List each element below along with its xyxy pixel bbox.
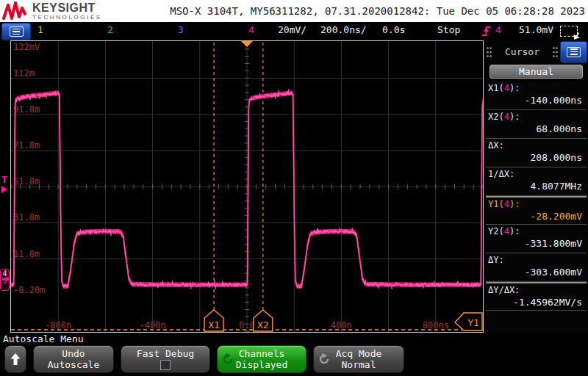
titlebar: KEYSIGHT TECHNOLOGIES MSO-X 3104T, MY563… <box>0 0 588 22</box>
softkey-label: Fast Debug <box>137 348 194 359</box>
run-state-readout: Stop <box>437 24 460 35</box>
svg-text:Y1: Y1 <box>467 317 479 328</box>
channel4-ground-marker[interactable]: 4 <box>0 269 10 291</box>
svg-text:400n: 400n <box>331 320 352 330</box>
softkey-label: Undo <box>62 348 85 359</box>
svg-text:-400n: -400n <box>140 320 166 330</box>
cursor-row-label: ΔX: <box>486 140 587 151</box>
cursor-row-y1: Y1(4):-28.200mV <box>486 196 587 225</box>
keysight-logo-icon <box>2 1 29 21</box>
cursor-row-value[interactable]: 68.000ns <box>486 123 587 134</box>
channel-4-indicator[interactable]: 4 <box>248 24 254 35</box>
softkey-label: Channels <box>239 348 285 359</box>
x1-cursor-marker[interactable]: X1 <box>204 310 223 331</box>
softkey-fast-debug-button[interactable]: Fast Debug <box>121 345 210 373</box>
svg-text:800ns: 800ns <box>423 320 449 330</box>
cursor-row-label: X1(4): <box>486 83 587 93</box>
cursor-panel: Cursor Manual X1(4):-140.000nsX2(4):68.0… <box>484 40 588 333</box>
cursor-menu-button[interactable] <box>560 41 587 63</box>
statusbar: 1234 20mV/ 200.0ns/ 0.0s Stop 4 51.0mV <box>0 22 588 40</box>
timebase-readout[interactable]: 200.0ns/ <box>320 24 367 35</box>
vertical-scale-readout[interactable]: 20mV/ <box>278 24 306 35</box>
svg-text:112m: 112m <box>13 68 35 79</box>
oscilloscope-screen: KEYSIGHT TECHNOLOGIES MSO-X 3104T, MY563… <box>0 0 588 376</box>
svg-text:X2: X2 <box>257 319 269 330</box>
cursor-row-label: ΔY/ΔX: <box>486 285 587 295</box>
cursor-row-value[interactable]: -1.45962MV/s <box>486 297 587 308</box>
cycle-icon <box>222 353 234 365</box>
softkey-label: Normal <box>342 359 376 370</box>
cursor-row-x1: X1(4):-140.000ns <box>486 82 587 110</box>
cursor-row--y: ΔY:-303.600mV <box>486 253 587 282</box>
fast-debug-checkbox[interactable] <box>160 360 171 370</box>
cycle-icon <box>318 353 330 365</box>
cursor-row-1-x: 1/ΔX:4.8077MHz <box>486 167 587 196</box>
x2-cursor-marker[interactable]: X2 <box>254 310 273 331</box>
panel-title: Cursor <box>494 46 551 57</box>
cursor-row-label: Y1(4): <box>486 199 587 209</box>
instrument-title: MSO-X 3104T, MY56311282, 07.31.202001284… <box>102 5 588 17</box>
softkey-menu: Autoscale Menu UndoAutoscaleFast DebugCh… <box>0 333 588 376</box>
trigger-letter: T <box>1 174 7 185</box>
trigger-source-readout[interactable]: 4 <box>495 24 501 35</box>
softkey-acq-mode-button[interactable]: Acq ModeNormal <box>313 345 404 373</box>
cursor-row-label: X2(4): <box>486 112 587 122</box>
cursor-row-value[interactable]: 208.000ns <box>486 152 587 163</box>
softkey-up-button[interactable] <box>4 345 26 373</box>
trigger-level-marker[interactable]: T <box>1 176 7 193</box>
svg-text:X1: X1 <box>208 319 220 330</box>
channel-2-indicator[interactable]: 2 <box>107 24 113 35</box>
svg-text:31.8m: 31.8m <box>13 212 40 223</box>
cursor-mode-button[interactable]: Manual <box>490 65 583 79</box>
svg-text:132mV: 132mV <box>13 42 40 52</box>
y-axis-labels: 132mV112m91.8m71.8m51.8m31.8m11.8m-8.20m <box>13 42 45 295</box>
svg-text:91.8m: 91.8m <box>13 104 40 115</box>
svg-text:0.0: 0.0 <box>239 320 255 330</box>
cursor-row-x2: X2(4):68.000ns <box>486 110 587 139</box>
cursor-row--x: ΔX:208.000ns <box>486 139 587 167</box>
trigger-position-marker[interactable] <box>241 41 253 47</box>
pointer-tool-icon[interactable] <box>560 26 578 37</box>
softkey-menu-title: Autoscale Menu <box>3 333 84 344</box>
up-arrow-icon <box>10 352 21 366</box>
svg-text:-800n: -800n <box>45 320 71 330</box>
trigger-arrow-icon <box>1 186 7 193</box>
cursor-row--y-x: ΔY/ΔX:-1.45962MV/s <box>486 282 587 311</box>
main-menu-button[interactable] <box>1 23 31 40</box>
cursor-row-value[interactable]: -140.000ns <box>486 95 587 106</box>
brand-tagline: TECHNOLOGIES <box>32 15 102 21</box>
drag-grip-icon <box>486 46 492 58</box>
drag-grip-icon <box>552 46 559 58</box>
softkey-label: Displayed <box>236 359 287 370</box>
svg-text:71.8m: 71.8m <box>13 140 40 151</box>
softkey-undo-autoscale-button[interactable]: UndoAutoscale <box>33 345 114 373</box>
softkey-label: Autoscale <box>48 359 99 370</box>
menu-icon <box>567 47 581 57</box>
y1-cursor-marker[interactable]: Y1 <box>455 313 482 330</box>
cursor-row-y2: Y2(4):-331.800mV <box>486 225 587 253</box>
channel-3-indicator[interactable]: 3 <box>178 24 184 35</box>
trigger-level-readout[interactable]: 51.0mV <box>519 24 553 35</box>
cursor-row-value[interactable]: -331.800mV <box>486 238 587 249</box>
cursor-panel-header[interactable]: Cursor <box>484 40 588 63</box>
cursor-row-value[interactable]: 4.8077MHz <box>486 181 587 192</box>
svg-text:51.8m: 51.8m <box>13 176 40 187</box>
svg-text:11.8m: 11.8m <box>13 249 40 259</box>
trigger-slope-icon <box>481 24 492 37</box>
cursor-row-value[interactable]: -303.600mV <box>486 267 587 278</box>
brand: KEYSIGHT TECHNOLOGIES <box>32 2 102 21</box>
svg-text:-8.20m: -8.20m <box>13 285 45 295</box>
menu-icon <box>10 26 24 37</box>
softkey-label: Acq Mode <box>336 348 382 359</box>
channel-1-indicator[interactable]: 1 <box>37 24 43 35</box>
waveform-display: 132mV112m91.8m71.8m51.8m31.8m11.8m-8.20m… <box>10 40 484 333</box>
cursor-row-value[interactable]: -28.200mV <box>486 211 587 222</box>
softkey-channels-displayed-button[interactable]: ChannelsDisplayed <box>217 345 306 373</box>
cursor-row-label: 1/ΔX: <box>486 169 587 179</box>
brand-name: KEYSIGHT <box>32 2 102 14</box>
delay-readout[interactable]: 0.0s <box>382 24 405 35</box>
cursor-row-label: ΔY: <box>486 255 587 265</box>
cursor-row-label: Y2(4): <box>486 226 587 236</box>
